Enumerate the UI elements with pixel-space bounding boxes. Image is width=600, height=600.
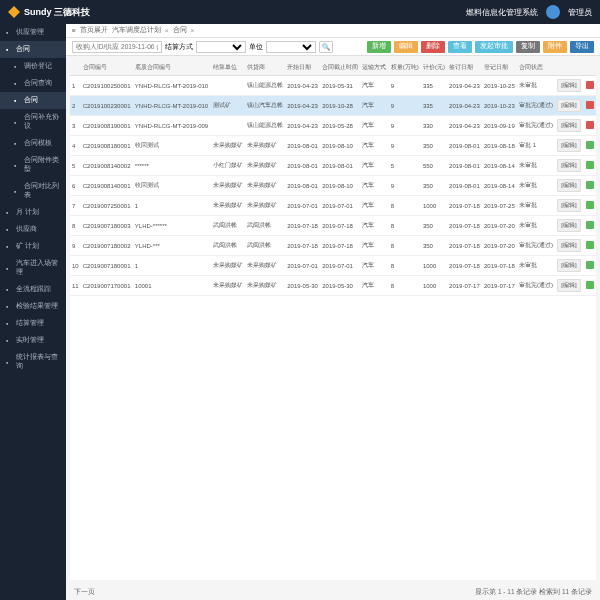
edit-link[interactable]: [编辑] [557,159,580,172]
sidebar-label: 供应管理 [16,28,44,37]
avatar[interactable] [546,5,560,19]
search-input[interactable] [72,41,162,53]
flow-icon: ▪ [6,286,13,293]
table-row[interactable]: 6C2019008140001收回测试未采购媒矿未采购媒矿2019-08-012… [70,176,596,196]
sidebar-label: 调价登记 [24,62,52,71]
sidebar-item[interactable]: ▪合同 [0,41,66,58]
sidebar-label: 全流程跟踪 [16,285,51,294]
sidebar-item[interactable]: ▪月 计划 [0,204,66,221]
column-header[interactable]: 登记日期 [482,60,517,76]
table-row[interactable]: 9C2019007180002YLHD-***武闽洪帐武闽洪帐2019-07-1… [70,236,596,256]
breadcrumb-item[interactable]: 合同 [173,26,187,35]
sidebar-item[interactable]: ▪矿 计划 [0,238,66,255]
table-row[interactable]: 3C2019008190001YNHD-RLCG-MT-2019-009镇山能源… [70,116,596,136]
edit-link[interactable]: [编辑] [557,119,580,132]
approve-button[interactable]: 发起审批 [475,41,513,53]
unit-select[interactable] [266,41,316,53]
edit-link[interactable]: [编辑] [557,279,580,292]
sidebar-label: 统计报表与查询 [16,353,60,371]
edit-link[interactable]: [编辑] [557,259,580,272]
edit-link[interactable]: [编辑] [557,79,580,92]
flag-icon[interactable] [586,201,594,209]
edit-link[interactable]: [编辑] [557,219,580,232]
flag-icon[interactable] [586,121,594,129]
view-button[interactable]: 查看 [448,41,472,53]
flag-icon[interactable] [586,181,594,189]
flag-icon[interactable] [586,241,594,249]
sidebar-item[interactable]: ▪汽车进入场管理 [0,255,66,281]
column-header[interactable] [555,60,584,76]
column-header[interactable]: 底质合同编号 [133,60,211,76]
table-row[interactable]: 1C2019100250001YNHD-RLCG-MT-2019-010镇山能源… [70,76,596,96]
cal-icon: ▪ [6,243,13,250]
column-header[interactable]: 合同编号 [81,60,133,76]
edit-button[interactable]: 编辑 [394,41,418,53]
column-header[interactable]: 权量(万吨) [389,60,421,76]
edit-link[interactable]: [编辑] [557,99,580,112]
column-header[interactable]: 供货商 [245,60,285,76]
logo-icon [8,6,20,18]
table-row[interactable]: 4C2019008180001收回测试未采购媒矿未采购媒矿2019-08-012… [70,136,596,156]
sidebar-item[interactable]: ▪合同补充协议 [0,109,66,135]
menu-icon[interactable]: ≡ [72,27,76,34]
table-row[interactable]: 10C20190071800011未采购媒矿未采购媒矿2019-07-01201… [70,256,596,276]
breadcrumb-item[interactable]: 首页展开 [80,26,108,35]
breadcrumb-item[interactable]: 汽车调度总计划 [112,26,161,35]
sidebar-item[interactable]: ▪合同查询 [0,75,66,92]
sidebar-item[interactable]: ▪统计报表与查询 [0,349,66,375]
close-icon[interactable]: × [165,27,169,34]
sidebar-item[interactable]: ▪合同对比列表 [0,178,66,204]
flag-icon[interactable] [586,81,594,89]
sidebar-item[interactable]: ▪供应管理 [0,24,66,41]
search-button[interactable]: 🔍 [319,41,333,53]
table-row[interactable]: 2C2019100230001YNHD-RLCG-MT-2019-010测试矿镇… [70,96,596,116]
column-header[interactable]: 结算单位 [211,60,245,76]
sidebar-item[interactable]: ▪合同 [0,92,66,109]
flag-icon[interactable] [586,261,594,269]
sidebar-item[interactable]: ▪检验结果管理 [0,298,66,315]
next-page[interactable]: 下一页 [74,588,95,597]
sidebar-item[interactable]: ▪供应商 [0,221,66,238]
brand-logo: Sundy 三德科技 [8,6,90,19]
flag-icon[interactable] [586,161,594,169]
close-icon[interactable]: × [191,27,195,34]
data-table: 合同编号底质合同编号结算单位供货商开始日期合同截止时间运输方式权量(万吨)计价(… [70,60,596,296]
add-button[interactable]: 新增 [367,41,391,53]
sidebar-item[interactable]: ▪合同附件类型 [0,152,66,178]
column-header[interactable]: 运输方式 [360,60,388,76]
pagination: 下一页 显示第 1 - 11 条记录 检索到 11 条记录 [66,584,600,600]
sidebar-item[interactable]: ▪调价登记 [0,58,66,75]
edit-link[interactable]: [编辑] [557,179,580,192]
column-header[interactable] [70,60,81,76]
table-row[interactable]: 11C201900717000110001未采购媒矿未采购媒矿2019-05-3… [70,276,596,296]
filter-label: 单位 [249,42,263,52]
attach-button[interactable]: 附件 [543,41,567,53]
edit-link[interactable]: [编辑] [557,239,580,252]
sidebar-item[interactable]: ▪全流程跟踪 [0,281,66,298]
user-name[interactable]: 管理员 [568,7,592,18]
sidebar-item[interactable]: ▪合同模板 [0,135,66,152]
flag-icon[interactable] [586,281,594,289]
filter-select[interactable] [196,41,246,53]
column-header[interactable]: 签订日期 [447,60,482,76]
column-header[interactable]: 计价(元) [421,60,447,76]
delete-button[interactable]: 删除 [421,41,445,53]
column-header[interactable]: 开始日期 [285,60,320,76]
flag-icon[interactable] [586,101,594,109]
sidebar-item[interactable]: ▪实时管理 [0,332,66,349]
column-header[interactable]: 合同截止时间 [320,60,360,76]
table-container: 合同编号底质合同编号结算单位供货商开始日期合同截止时间运输方式权量(万吨)计价(… [70,60,596,580]
table-row[interactable]: 5C2019008140002******小红门媒矿未采购媒矿2019-08-0… [70,156,596,176]
table-row[interactable]: 8C2019007180003YLHD-******武闽洪帐武闽洪帐2019-0… [70,216,596,236]
export-button[interactable]: 导出 [570,41,594,53]
copy-button[interactable]: 复制 [516,41,540,53]
flag-icon[interactable] [586,141,594,149]
edit-link[interactable]: [编辑] [557,199,580,212]
table-row[interactable]: 7C20190072500011未采购媒矿未采购媒矿2019-07-012019… [70,196,596,216]
check-icon: ▪ [6,303,13,310]
sidebar-item[interactable]: ▪结算管理 [0,315,66,332]
column-header[interactable]: 合同状态 [517,60,555,76]
flag-icon[interactable] [586,221,594,229]
edit-link[interactable]: [编辑] [557,139,580,152]
column-header[interactable] [584,60,596,76]
